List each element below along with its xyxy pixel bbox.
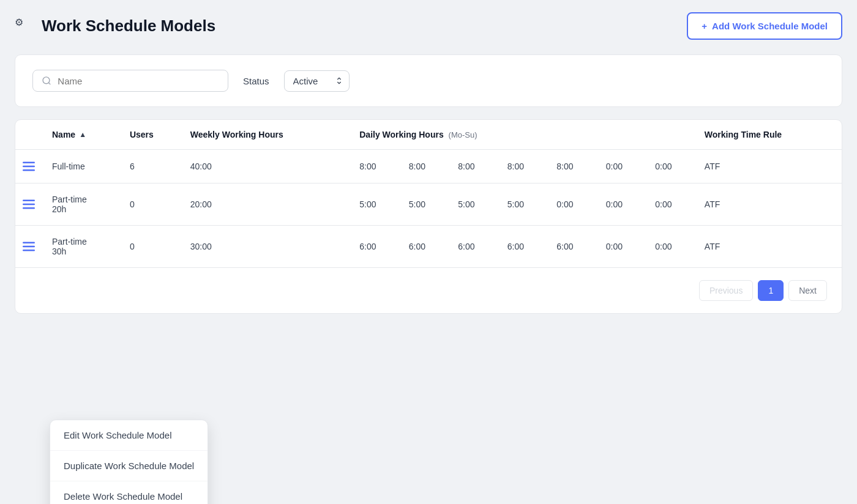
th-name-label: Name — [52, 130, 75, 139]
search-input[interactable] — [58, 76, 219, 86]
search-box — [32, 70, 228, 92]
row-menu-cell — [15, 150, 45, 183]
gear-icon: ⚙ — [15, 17, 34, 36]
row-users: 6 — [122, 150, 183, 183]
th-menu — [15, 120, 45, 150]
row-menu-button[interactable] — [23, 199, 35, 210]
add-button-label: Add Work Schedule Model — [712, 21, 828, 31]
th-users: Users — [122, 120, 183, 150]
search-icon — [42, 75, 51, 86]
row-weekly-hours: 40:00 — [183, 150, 352, 183]
row-daily-hour-0: 5:00 — [352, 183, 402, 226]
svg-rect-7 — [23, 207, 35, 209]
th-rule: Working Time Rule — [697, 120, 842, 150]
table-row: Part-time 30h030:006:006:006:006:006:000… — [15, 226, 842, 268]
row-daily-hour-3: 5:00 — [500, 183, 550, 226]
table-row: Full-time640:008:008:008:008:008:000:000… — [15, 150, 842, 183]
row-daily-hour-6: 0:00 — [648, 226, 697, 268]
row-name: Part-time 20h — [45, 183, 122, 226]
svg-rect-3 — [23, 166, 35, 168]
page-container: ⚙ Work Schedule Models + Add Work Schedu… — [0, 0, 857, 326]
row-daily-hour-4: 6:00 — [549, 226, 599, 268]
svg-rect-5 — [23, 200, 35, 202]
row-weekly-hours: 20:00 — [183, 183, 352, 226]
work-schedule-table: Name ▲ Users Weekly Working Hours Daily … — [15, 120, 842, 267]
page-1-button[interactable]: 1 — [758, 280, 784, 301]
row-daily-hour-6: 0:00 — [648, 150, 697, 183]
svg-rect-10 — [23, 250, 35, 251]
svg-rect-9 — [23, 246, 35, 248]
row-users: 0 — [122, 226, 183, 268]
row-daily-hour-2: 6:00 — [451, 226, 500, 268]
row-daily-hour-3: 8:00 — [500, 150, 550, 183]
svg-rect-8 — [23, 242, 35, 244]
svg-rect-2 — [23, 162, 35, 164]
status-label: Status — [243, 76, 269, 86]
svg-line-1 — [48, 83, 50, 84]
add-work-schedule-model-button[interactable]: + Add Work Schedule Model — [687, 12, 842, 40]
row-daily-hour-5: 0:00 — [599, 226, 648, 268]
plus-icon: + — [702, 21, 707, 31]
previous-button[interactable]: Previous — [699, 280, 753, 301]
row-daily-hour-2: 5:00 — [451, 183, 500, 226]
row-daily-hour-3: 6:00 — [500, 226, 550, 268]
row-daily-hour-5: 0:00 — [599, 150, 648, 183]
table-card: Name ▲ Users Weekly Working Hours Daily … — [15, 119, 842, 314]
svg-rect-4 — [23, 169, 35, 171]
row-working-time-rule: ATF — [697, 183, 842, 226]
table-row: Part-time 20h020:005:005:005:005:000:000… — [15, 183, 842, 226]
row-name: Full-time — [45, 150, 122, 183]
context-menu-item-0[interactable]: Edit Work Schedule Model — [50, 420, 208, 450]
svg-point-0 — [43, 77, 50, 84]
title-group: ⚙ Work Schedule Models — [15, 17, 215, 36]
status-select[interactable]: Active Archived All — [284, 70, 350, 92]
th-daily-label: Daily Working Hours — [359, 130, 443, 139]
row-name: Part-time 30h — [45, 226, 122, 268]
row-working-time-rule: ATF — [697, 226, 842, 268]
page-header: ⚙ Work Schedule Models + Add Work Schedu… — [15, 12, 842, 40]
page-title: Work Schedule Models — [42, 17, 215, 35]
row-menu-button[interactable] — [23, 161, 35, 172]
context-menu: Edit Work Schedule ModelDuplicate Work S… — [50, 420, 208, 504]
th-name[interactable]: Name ▲ — [45, 120, 122, 150]
row-daily-hour-6: 0:00 — [648, 183, 697, 226]
context-menu-item-1[interactable]: Duplicate Work Schedule Model — [50, 450, 208, 481]
sort-icon: ▲ — [79, 130, 86, 139]
next-button[interactable]: Next — [788, 280, 827, 301]
row-users: 0 — [122, 183, 183, 226]
th-weekly: Weekly Working Hours — [183, 120, 352, 150]
row-menu-cell — [15, 183, 45, 226]
row-working-time-rule: ATF — [697, 150, 842, 183]
row-daily-hour-5: 0:00 — [599, 183, 648, 226]
row-menu-button[interactable] — [23, 241, 35, 252]
th-daily: Daily Working Hours (Mo-Su) — [352, 120, 697, 150]
row-daily-hour-4: 0:00 — [549, 183, 599, 226]
filter-card: Status Active Archived All — [15, 54, 842, 107]
row-daily-hour-1: 6:00 — [402, 226, 451, 268]
row-menu-cell — [15, 226, 45, 268]
row-weekly-hours: 30:00 — [183, 226, 352, 268]
th-daily-range: (Mo-Su) — [449, 130, 477, 139]
table-header-row: Name ▲ Users Weekly Working Hours Daily … — [15, 120, 842, 150]
row-daily-hour-1: 8:00 — [402, 150, 451, 183]
pagination-row: Previous 1 Next — [15, 267, 842, 313]
row-daily-hour-4: 8:00 — [549, 150, 599, 183]
row-daily-hour-0: 6:00 — [352, 226, 402, 268]
row-daily-hour-0: 8:00 — [352, 150, 402, 183]
row-daily-hour-2: 8:00 — [451, 150, 500, 183]
svg-rect-6 — [23, 204, 35, 206]
context-menu-item-2[interactable]: Delete Work Schedule Model — [50, 481, 208, 504]
row-daily-hour-1: 5:00 — [402, 183, 451, 226]
